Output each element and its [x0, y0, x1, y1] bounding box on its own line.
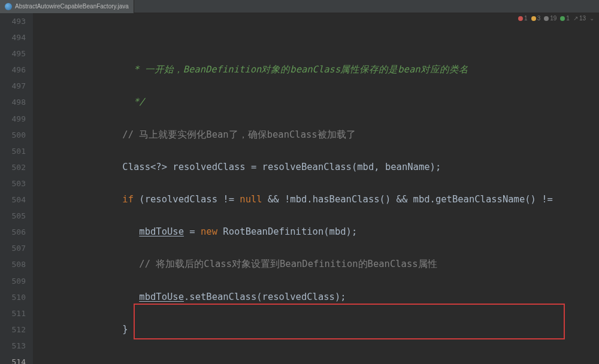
weak-warning-icon	[544, 16, 549, 21]
comment: // 马上就要实例化Bean了，确保beanClass被加载了	[122, 129, 355, 140]
line-number: 502	[0, 159, 26, 175]
line-number: 494	[0, 29, 26, 46]
doc-comment: */	[128, 96, 145, 107]
warning-icon	[531, 16, 536, 21]
tab-filename: AbstractAutowireCapableBeanFactory.java	[15, 3, 129, 10]
code-editor[interactable]: 493 494 495 496 497 498 499 500 501 502 …	[0, 13, 599, 364]
comment: // 将加载后的Class对象设置到BeanDefinition的BeanCla…	[139, 259, 437, 269]
hint-icon: ↗	[573, 15, 578, 22]
variable: mbdToUse	[139, 226, 184, 237]
line-number-gutter: 493 494 495 496 497 498 499 500 501 502 …	[0, 13, 33, 364]
typo-icon	[560, 16, 565, 21]
line-number: 511	[0, 305, 26, 321]
brace: }	[122, 324, 128, 335]
line-number: 512	[0, 321, 26, 338]
tab-bar: AbstractAutowireCapableBeanFactory.java	[0, 0, 599, 13]
line-number: 498	[0, 94, 26, 110]
doc-comment: * 一开始，BeanDefinition对象的beanClass属性保存的是be…	[128, 64, 468, 75]
file-tab[interactable]: AbstractAutowireCapableBeanFactory.java	[0, 0, 134, 13]
keyword: if	[122, 194, 134, 205]
line-number: 497	[0, 78, 26, 94]
line-number: 499	[0, 111, 26, 127]
line-number: 505	[0, 208, 26, 224]
error-icon	[518, 16, 523, 21]
line-number: 493	[0, 13, 26, 29]
line-number: 500	[0, 127, 26, 143]
line-number: 501	[0, 143, 26, 159]
inspection-summary[interactable]: 1 3 19 1 ↗13 ⌄	[518, 15, 594, 22]
java-class-icon	[5, 3, 12, 10]
line-number: 506	[0, 224, 26, 240]
line-number: 509	[0, 273, 26, 289]
line-number: 510	[0, 289, 26, 305]
line-number: 508	[0, 256, 26, 272]
line-number: 495	[0, 46, 26, 62]
variable: mbdToUse	[139, 292, 184, 302]
line-number: 507	[0, 240, 26, 256]
line-number: 503	[0, 175, 26, 192]
chevron-down-icon[interactable]: ⌄	[589, 15, 594, 22]
line-number: 514	[0, 354, 26, 364]
code-area[interactable]: * 一开始，BeanDefinition对象的beanClass属性保存的是be…	[33, 13, 553, 364]
line-number: 504	[0, 192, 26, 208]
line-number: 496	[0, 62, 26, 78]
code-text: Class<?> resolvedClass = resolveBeanClas…	[122, 162, 441, 172]
line-number: 513	[0, 338, 26, 354]
